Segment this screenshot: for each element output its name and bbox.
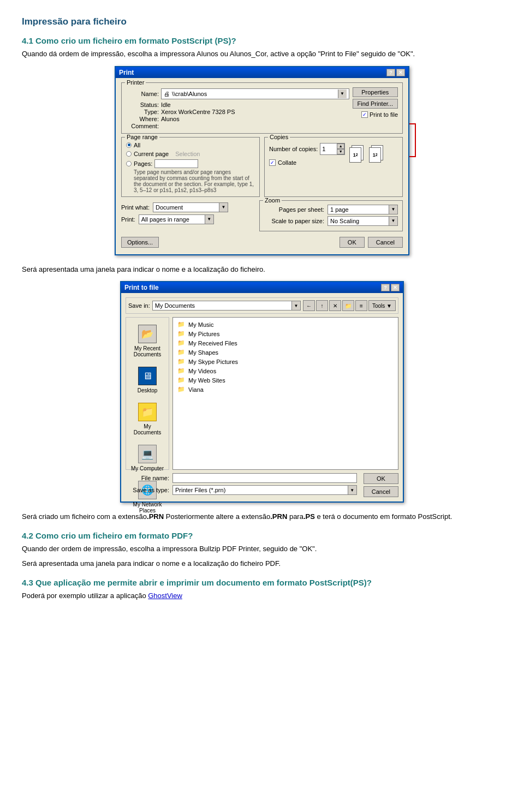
current-page-label: Current page — [134, 151, 169, 157]
ptf-saveas-arrow[interactable]: ▼ — [348, 486, 356, 494]
page-icon-front-1: 12 — [349, 147, 361, 163]
zoom-title: Zoom — [263, 197, 282, 204]
ptf-close-button[interactable]: ✕ — [391, 284, 400, 291]
current-page-radio-row: Current page Selection — [126, 151, 255, 157]
print-dialog-wrapper: Print ? ✕ Printer Name: — [22, 66, 502, 255]
print-label: Print: — [121, 216, 135, 223]
spinner-up[interactable]: ▲ — [337, 144, 344, 149]
ptf-tools-btn[interactable]: Tools ▼ — [368, 300, 396, 311]
ptf-sidebar-recent[interactable]: 📂 My Recent Documents — [128, 322, 166, 360]
pages-radio-row: Pages: — [126, 159, 255, 168]
ptf-sidebar-mydocs[interactable]: 📁 My Documents — [128, 400, 166, 438]
ptf-save-in-combo[interactable]: My Documents ▼ — [152, 301, 301, 311]
ptf-file-pictures[interactable]: 📁 My Pictures — [175, 329, 396, 338]
ptf-delete-btn[interactable]: ✕ — [329, 300, 341, 311]
pages-input[interactable] — [154, 159, 198, 168]
print-what-arrow[interactable]: ▼ — [219, 203, 228, 212]
ptf-sidebar-mycomputer[interactable]: 💻 My Computer — [128, 442, 166, 474]
ptf-up-btn[interactable]: ↑ — [316, 300, 328, 311]
ptf-file-skype[interactable]: 📁 My Skype Pictures — [175, 357, 396, 366]
ptf-file-shapes[interactable]: 📁 My Shapes — [175, 348, 396, 357]
print-what-combo[interactable]: Document ▼ — [153, 202, 228, 212]
print-dialog-body: Printer Name: 🖨 \\crab\Alunos ▼ — [116, 78, 408, 254]
printer-buttons: Properties Find Printer... ✓ Print to fi… — [353, 87, 398, 118]
all-label: All — [134, 142, 140, 148]
pages-per-sheet-label: Pages per sheet: — [264, 206, 324, 213]
ptf-network-label: My Network Places — [130, 501, 164, 514]
print-dialog: Print ? ✕ Printer Name: — [115, 66, 409, 255]
pages-per-sheet-combo[interactable]: 1 page ▼ — [327, 205, 398, 214]
copies-label-row: Number of copies: ▲ ▼ — [269, 143, 345, 155]
find-printer-button[interactable]: Find Printer... — [353, 99, 398, 109]
body-text-extension: Será criado um ficheiro com a extensão.P… — [22, 511, 502, 522]
pages-per-sheet-arrow[interactable]: ▼ — [389, 205, 397, 214]
ptf-saveas-combo[interactable]: Printer Files (*.prn) ▼ — [172, 485, 357, 495]
copies-input[interactable] — [320, 144, 337, 154]
type-value: Xerox WorkCentre 7328 PS — [161, 109, 235, 115]
body-text-4-1-after: Será apresentada uma janela para indicar… — [22, 264, 502, 275]
ghostview-link[interactable]: GhostView — [148, 592, 182, 600]
ptf-back-btn[interactable]: ← — [303, 300, 315, 311]
ptf-save-in-value: My Documents — [153, 302, 291, 309]
options-button[interactable]: Options... — [121, 237, 159, 248]
ptf-sidebar-desktop[interactable]: 🖥 Desktop — [128, 364, 166, 396]
text-end: e terá o documento em formato PostScript… — [315, 512, 452, 521]
current-page-radio[interactable] — [126, 151, 132, 157]
print-to-file-label[interactable]: ✓ Print to file — [361, 111, 398, 118]
ptf-save-in-arrow[interactable]: ▼ — [291, 301, 300, 310]
spinner-buttons: ▲ ▼ — [337, 144, 344, 154]
printer-name-value: \\crab\Alunos — [172, 91, 336, 97]
ptf-view-btn[interactable]: ≡ — [355, 300, 367, 311]
num-copies-label: Number of copies: — [269, 146, 318, 152]
printer-info: Status: Idle Type: Xerox WorkCentre 7328… — [126, 101, 349, 129]
cancel-button[interactable]: Cancel — [368, 237, 403, 248]
page-range-options: All Current page Selection Pages: — [126, 142, 255, 168]
ptf-new-folder-btn[interactable]: 📁 — [342, 300, 354, 311]
all-radio[interactable] — [126, 142, 132, 148]
print-what-row: Print what: Document ▼ — [121, 202, 255, 212]
ptf-file-videos[interactable]: 📁 My Videos — [175, 366, 396, 375]
print-what-label: Print what: — [121, 204, 150, 211]
scale-combo[interactable]: No Scaling ▼ — [327, 216, 398, 226]
ptf-filename-input[interactable] — [172, 473, 357, 483]
scale-arrow[interactable]: ▼ — [389, 217, 397, 225]
copies-spinner[interactable]: ▲ ▼ — [320, 143, 345, 155]
ptf-ok-button[interactable]: OK — [364, 473, 398, 484]
printer-name-arrow[interactable]: ▼ — [338, 89, 347, 98]
ptf-toolbar-btns: ← ↑ ✕ 📁 ≡ Tools ▼ — [303, 300, 396, 311]
ptf-file-received[interactable]: 📁 My Received Files — [175, 338, 396, 348]
all-radio-row: All — [126, 142, 255, 148]
bottom-left: Print what: Document ▼ Print: All pages … — [121, 200, 255, 226]
dialog-footer: Options... OK Cancel — [121, 235, 403, 250]
ptf-file-viana[interactable]: 📁 Viana — [175, 385, 396, 394]
ptf-file-videos-name: My Videos — [188, 368, 216, 374]
ptf-file-websites[interactable]: 📁 My Web Sites — [175, 375, 396, 385]
help-button[interactable]: ? — [386, 69, 395, 76]
ptf-help-button[interactable]: ? — [381, 284, 390, 291]
ptf-cancel-button[interactable]: Cancel — [364, 486, 398, 497]
print-what-value: Document — [153, 204, 219, 211]
titlebar-buttons: ? ✕ — [386, 69, 405, 76]
print-arrow[interactable]: ▼ — [205, 215, 213, 224]
pages-per-sheet-value: 1 page — [328, 206, 389, 213]
ptf-dialog: Print to file ? ✕ Save in: My Documents … — [120, 281, 404, 503]
subsection-4-2-title: 4.2 Como crio um ficheiro em formato PDF… — [22, 531, 502, 540]
pages-hint: Type page numbers and/or page ranges sep… — [134, 169, 255, 193]
print-to-file-text: Print to file — [370, 111, 398, 118]
ptf-file-music[interactable]: 📁 My Music — [175, 320, 396, 329]
ptf-bottom: File name: Save as type: Printer Files (… — [126, 473, 398, 497]
ptf-toolbar: Save in: My Documents ▼ ← ↑ ✕ 📁 ≡ Tools … — [126, 297, 398, 314]
ok-button[interactable]: OK — [340, 237, 365, 248]
desktop-icon: 🖥 — [138, 366, 157, 386]
print-what-area: Print what: Document ▼ Print: All pages … — [121, 200, 403, 235]
print-combo[interactable]: All pages in range ▼ — [139, 214, 214, 224]
print-to-file-checkbox[interactable]: ✓ — [361, 111, 368, 118]
close-button[interactable]: ✕ — [396, 69, 405, 76]
ptf-title: Print to file — [124, 284, 159, 291]
collate-label: Collate — [278, 159, 296, 166]
properties-button[interactable]: Properties — [353, 87, 398, 97]
spinner-down[interactable]: ▼ — [337, 149, 344, 154]
pages-radio[interactable] — [126, 161, 132, 166]
folder-icon-received: 📁 — [177, 339, 185, 347]
collate-checkbox[interactable]: ✓ — [269, 159, 276, 166]
